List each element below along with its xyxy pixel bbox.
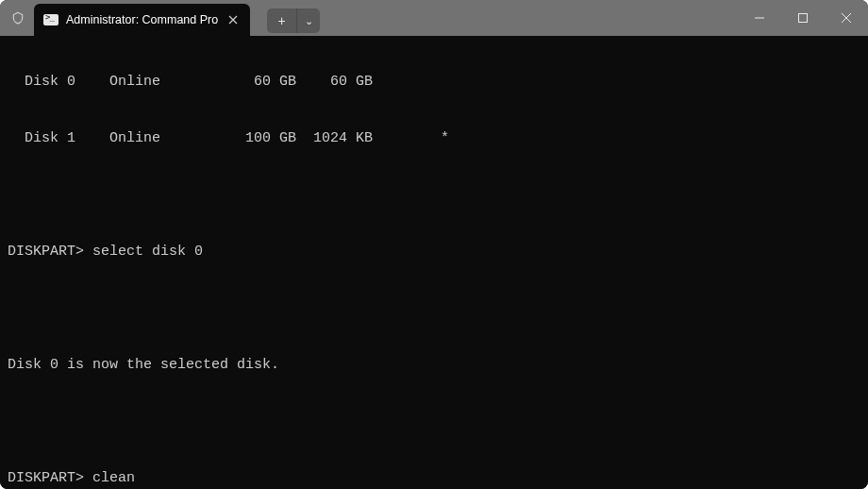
new-tab-button[interactable]: + bbox=[267, 8, 297, 33]
tab-active[interactable]: Administrator: Command Pro bbox=[34, 4, 250, 36]
window-controls bbox=[738, 0, 868, 36]
cmd-icon bbox=[43, 14, 58, 25]
prompt-line: DISKPART> select disk 0 bbox=[8, 238, 860, 266]
minimize-button[interactable] bbox=[738, 0, 781, 36]
cmd-clean: clean bbox=[92, 470, 135, 486]
blank-line bbox=[8, 295, 860, 323]
tab-dropdown-button[interactable]: ⌄ bbox=[297, 8, 320, 33]
maximize-button[interactable] bbox=[781, 0, 825, 36]
titlebar: Administrator: Command Pro + ⌄ bbox=[0, 0, 868, 36]
svg-rect-3 bbox=[799, 14, 808, 23]
prompt: DISKPART> bbox=[8, 470, 92, 486]
shield-icon bbox=[11, 10, 25, 25]
prompt: DISKPART> bbox=[8, 244, 92, 260]
tab-actions: + ⌄ bbox=[267, 3, 320, 33]
close-window-button[interactable] bbox=[825, 0, 868, 36]
tab-title: Administrator: Command Pro bbox=[66, 13, 218, 26]
terminal-window: Administrator: Command Pro + ⌄ Disk 0 bbox=[0, 0, 868, 489]
blank-line bbox=[8, 181, 860, 210]
terminal-body[interactable]: Disk 0 Online 60 GB 60 GB Disk 1 Online … bbox=[0, 36, 868, 489]
blank-line bbox=[8, 408, 860, 436]
disk-row: Disk 0 Online 60 GB 60 GB bbox=[8, 68, 860, 96]
close-tab-icon[interactable] bbox=[225, 12, 241, 27]
output-line: Disk 0 is now the selected disk. bbox=[8, 351, 860, 379]
titlebar-left: Administrator: Command Pro + ⌄ bbox=[0, 0, 320, 36]
disk-row: Disk 1 Online 100 GB 1024 KB * bbox=[8, 125, 860, 153]
prompt-line: DISKPART> clean bbox=[8, 464, 860, 489]
cmd-select-disk: select disk 0 bbox=[92, 244, 203, 260]
